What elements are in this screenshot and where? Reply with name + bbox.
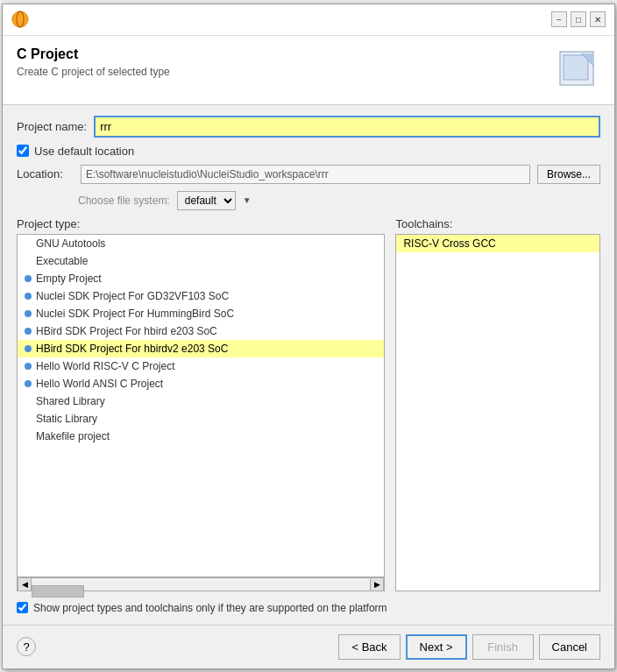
header-section: C Project Create C project of selected t… <box>3 36 614 105</box>
project-type-item-label: Shared Library <box>36 395 105 407</box>
browse-button[interactable]: Browse... <box>537 165 600 184</box>
toolchains-list[interactable]: RISC-V Cross GCC <box>395 234 600 591</box>
filesystem-select[interactable]: default <box>177 191 236 210</box>
project-type-item-label: Executable <box>36 255 88 267</box>
close-button[interactable]: ✕ <box>590 11 606 27</box>
title-bar: − □ ✕ <box>3 4 614 36</box>
toolchains-label: Toolchains: <box>395 217 600 230</box>
use-default-location-checkbox[interactable] <box>17 145 29 157</box>
toolchains-section: Toolchains: RISC-V Cross GCC <box>395 217 600 591</box>
lists-section: Project type: GNU AutotoolsExecutableEmp… <box>17 217 600 591</box>
project-type-item-gnu-autotools[interactable]: GNU Autotools <box>18 235 384 252</box>
toolchain-item-label: RISC-V Cross GCC <box>403 237 495 250</box>
project-type-item-label: Nuclei SDK Project For GD32VF103 SoC <box>36 290 229 302</box>
project-type-item-shared-library[interactable]: Shared Library <box>18 393 384 410</box>
finish-button[interactable]: Finish <box>472 634 534 660</box>
footer-right: < Back Next > Finish Cancel <box>338 634 600 660</box>
dialog: − □ ✕ C Project Create C project of sele… <box>2 4 615 669</box>
filesystem-label: Choose file system: <box>78 195 170 207</box>
bullet-icon <box>25 275 32 282</box>
project-type-item-makefile-project[interactable]: Makefile project <box>18 428 384 445</box>
dialog-title: C Project <box>17 46 170 62</box>
project-type-item-label: Makefile project <box>36 430 110 442</box>
project-name-label: Project name: <box>17 120 87 133</box>
project-type-item-hello-risc[interactable]: Hello World RISC-V C Project <box>18 357 384 375</box>
show-project-types-row: Show project types and toolchains only i… <box>17 602 600 614</box>
project-type-item-hello-ansi[interactable]: Hello World ANSI C Project <box>18 375 384 393</box>
content-area: Project name: Use default location Locat… <box>3 105 614 625</box>
project-type-list[interactable]: GNU AutotoolsExecutableEmpty ProjectNucl… <box>17 234 385 577</box>
header-icon <box>555 46 600 92</box>
show-project-types-checkbox[interactable] <box>17 602 28 613</box>
maximize-button[interactable]: □ <box>571 11 586 27</box>
project-type-item-hbird-e203[interactable]: HBird SDK Project For hbird e203 SoC <box>18 322 384 340</box>
dialog-subtitle: Create C project of selected type <box>17 66 170 78</box>
project-type-item-label: Hello World ANSI C Project <box>36 378 163 390</box>
project-type-item-empty-project[interactable]: Empty Project <box>18 270 384 287</box>
project-type-item-nuclei-hummingbird[interactable]: Nuclei SDK Project For HummingBird SoC <box>18 305 384 322</box>
project-type-item-label: Hello World RISC-V C Project <box>36 360 174 372</box>
minimize-button[interactable]: − <box>551 11 567 27</box>
show-project-types-label: Show project types and toolchains only i… <box>33 602 387 614</box>
project-type-item-label: GNU Autotools <box>36 237 105 250</box>
project-name-row: Project name: <box>17 116 600 138</box>
help-button[interactable]: ? <box>17 637 36 656</box>
eclipse-icon <box>11 11 29 28</box>
bullet-icon <box>25 328 32 335</box>
svg-rect-3 <box>564 55 588 80</box>
filesystem-dropdown-icon: ▼ <box>243 195 252 205</box>
filesystem-row: Choose file system: default ▼ <box>17 191 600 210</box>
back-button[interactable]: < Back <box>338 634 400 660</box>
project-type-item-static-library[interactable]: Static Library <box>18 410 384 428</box>
project-type-section: Project type: GNU AutotoolsExecutableEmp… <box>17 217 385 591</box>
bullet-icon <box>25 310 32 317</box>
project-type-item-label: Static Library <box>36 413 97 425</box>
project-type-item-nuclei-gd32[interactable]: Nuclei SDK Project For GD32VF103 SoC <box>18 287 384 305</box>
footer: ? < Back Next > Finish Cancel <box>3 625 614 668</box>
location-input[interactable] <box>81 165 530 184</box>
location-row: Location: Browse... <box>17 165 600 184</box>
bullet-icon <box>25 363 32 370</box>
project-type-item-label: Nuclei SDK Project For HummingBird SoC <box>36 308 234 320</box>
svg-point-0 <box>12 11 28 27</box>
project-type-label: Project type: <box>17 217 385 230</box>
title-bar-left <box>11 11 29 28</box>
next-button[interactable]: Next > <box>406 634 467 660</box>
location-label: Location: <box>17 167 74 180</box>
bullet-icon <box>25 293 32 300</box>
footer-left: ? <box>17 637 36 656</box>
toolchain-item-risc-v-gcc[interactable]: RISC-V Cross GCC <box>396 235 599 252</box>
scroll-right-arrow[interactable]: ▶ <box>370 577 384 591</box>
bullet-icon <box>25 345 32 352</box>
project-type-item-executable[interactable]: Executable <box>18 252 384 270</box>
project-name-input[interactable] <box>94 116 600 138</box>
use-default-location-row: Use default location <box>17 145 600 158</box>
project-type-item-label: HBird SDK Project For hbirdv2 e203 SoC <box>36 343 228 355</box>
use-default-location-label: Use default location <box>34 145 134 158</box>
project-type-item-hbird-e203v2[interactable]: HBird SDK Project For hbirdv2 e203 SoC <box>18 340 384 357</box>
project-type-item-label: Empty Project <box>36 272 102 285</box>
project-type-item-label: HBird SDK Project For hbird e203 SoC <box>36 325 217 337</box>
bullet-icon <box>25 380 32 387</box>
horizontal-scrollbar[interactable]: ◀ ▶ <box>17 577 385 591</box>
scroll-left-arrow[interactable]: ◀ <box>18 577 32 591</box>
cancel-button[interactable]: Cancel <box>539 634 600 660</box>
title-bar-controls: − □ ✕ <box>551 11 606 27</box>
